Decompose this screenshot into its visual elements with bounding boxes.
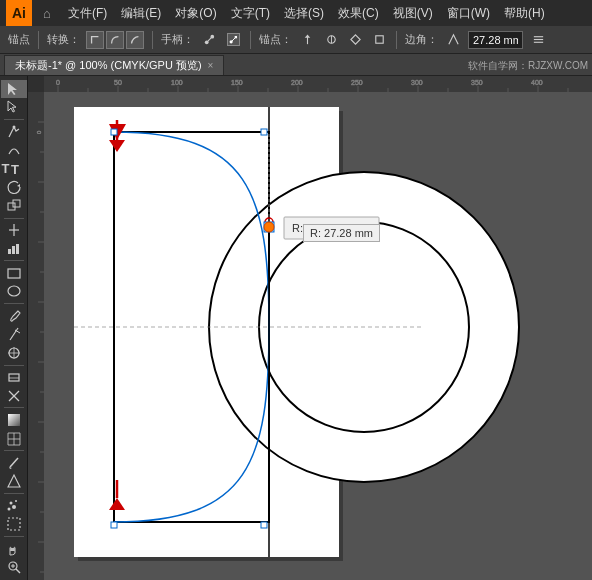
svg-rect-27 (8, 269, 20, 278)
anchor-icon-1[interactable] (298, 31, 316, 49)
svg-text:100: 100 (171, 79, 183, 86)
anchor-icon-2[interactable] (322, 31, 340, 49)
svg-point-49 (12, 505, 16, 509)
svg-line-29 (10, 328, 18, 340)
svg-point-50 (7, 507, 10, 510)
blob-brush-tool[interactable] (1, 344, 27, 362)
canvas-content: R: 27.28 mm (44, 92, 592, 580)
svg-rect-5 (234, 36, 236, 38)
menu-text[interactable]: 文字(T) (225, 3, 276, 24)
menu-help[interactable]: 帮助(H) (498, 3, 551, 24)
menu-bar: 文件(F) 编辑(E) 对象(O) 文字(T) 选择(S) 效果(C) 视图(V… (62, 3, 551, 24)
left-toolbar: T T (0, 76, 28, 580)
svg-point-1 (204, 40, 208, 44)
anchor-icon-3[interactable] (346, 31, 364, 49)
edge-label: 边角： (405, 32, 438, 47)
svg-rect-56 (28, 76, 592, 92)
gradient-tool[interactable] (1, 411, 27, 429)
main-area: T T (0, 76, 592, 580)
live-paint-tool[interactable] (1, 473, 27, 491)
svg-rect-26 (16, 244, 19, 254)
tool-separator-7 (4, 450, 24, 451)
svg-rect-51 (8, 518, 20, 530)
handle-icon-1[interactable] (200, 31, 218, 49)
tool-separator-8 (4, 493, 24, 494)
svg-point-28 (8, 286, 20, 296)
tool-separator-2 (4, 218, 24, 219)
svg-rect-24 (8, 249, 11, 254)
symbol-sprayer-tool[interactable] (1, 497, 27, 515)
artboard-tool[interactable] (1, 516, 27, 534)
rotate-tool[interactable] (1, 178, 27, 196)
mesh-tool[interactable] (1, 430, 27, 448)
ellipse-tool[interactable] (1, 283, 27, 301)
svg-rect-38 (8, 414, 20, 426)
tab-close-button[interactable]: × (208, 60, 214, 71)
svg-text:150: 150 (231, 79, 243, 86)
anchor-label: 锚点 (8, 32, 30, 47)
svg-point-47 (9, 501, 12, 504)
curvature-tool[interactable] (1, 141, 27, 159)
menu-window[interactable]: 窗口(W) (441, 3, 496, 24)
menu-file[interactable]: 文件(F) (62, 3, 113, 24)
pen-tool[interactable] (1, 123, 27, 141)
eraser-tool[interactable] (1, 368, 27, 386)
corner-options-icon[interactable] (529, 31, 547, 49)
canvas-area[interactable]: 0 50 100 150 200 250 300 350 400 (28, 76, 592, 580)
separator4 (396, 31, 397, 49)
svg-text:T: T (11, 162, 19, 177)
document-tab[interactable]: 未标题-1* @ 100% (CMYK/GPU 预览) × (4, 55, 224, 75)
hand-tool[interactable] (1, 540, 27, 558)
menu-select[interactable]: 选择(S) (278, 3, 330, 24)
menu-edit[interactable]: 编辑(E) (115, 3, 167, 24)
titlebar: Ai ⌂ 文件(F) 编辑(E) 对象(O) 文字(T) 选择(S) 效果(C)… (0, 0, 592, 26)
corner-radius-input[interactable] (468, 31, 523, 49)
menu-view[interactable]: 视图(V) (387, 3, 439, 24)
svg-text:R: 27.28 mm: R: 27.28 mm (292, 222, 355, 234)
menu-object[interactable]: 对象(O) (169, 3, 222, 24)
pencil-tool[interactable] (1, 326, 27, 344)
separator (38, 31, 39, 49)
ruler-top: 0 50 100 150 200 250 300 350 400 (28, 76, 592, 92)
svg-text:250: 250 (351, 79, 363, 86)
transform-label: 转换： (47, 32, 80, 47)
tool-separator-4 (4, 303, 24, 304)
direct-selection-tool[interactable] (1, 99, 27, 117)
ruler-left: 0 (28, 92, 44, 580)
scale-tool[interactable] (1, 197, 27, 215)
home-icon[interactable]: ⌂ (36, 2, 58, 24)
handle-icon-2[interactable] (224, 31, 242, 49)
svg-text:300: 300 (411, 79, 423, 86)
column-graph-tool[interactable] (1, 240, 27, 258)
svg-text:350: 350 (471, 79, 483, 86)
svg-text:0: 0 (56, 79, 60, 86)
svg-point-4 (229, 40, 232, 43)
svg-point-17 (12, 125, 15, 128)
selection-tool[interactable] (1, 80, 27, 98)
svg-rect-123 (111, 522, 117, 528)
svg-marker-19 (17, 184, 20, 187)
type-tool[interactable]: T T (1, 160, 27, 178)
anchor-icon-4[interactable] (370, 31, 388, 49)
scissors-tool[interactable] (1, 387, 27, 405)
tool-separator-6 (4, 407, 24, 408)
paintbrush-tool[interactable] (1, 307, 27, 325)
menu-effect[interactable]: 效果(C) (332, 3, 385, 24)
eyedropper-tool[interactable] (1, 454, 27, 472)
corner-pt-2[interactable] (106, 31, 124, 49)
corner-points-group (86, 31, 144, 49)
tool-separator-5 (4, 365, 24, 366)
svg-rect-124 (261, 129, 267, 135)
width-tool[interactable] (1, 221, 27, 239)
corner-pt-1[interactable] (86, 31, 104, 49)
edge-icon[interactable] (444, 31, 462, 49)
handle-label: 手柄： (161, 32, 194, 47)
tool-separator-3 (4, 260, 24, 261)
svg-rect-125 (261, 522, 267, 528)
corner-pt-3[interactable] (126, 31, 144, 49)
options-bar: 锚点 转换： 手柄： 锚点： 边角： (0, 26, 592, 54)
right-info: 软件自学网：RJZXW.COM (468, 59, 588, 75)
svg-point-48 (15, 500, 17, 502)
zoom-tool[interactable] (1, 558, 27, 576)
rectangle-tool[interactable] (1, 264, 27, 282)
